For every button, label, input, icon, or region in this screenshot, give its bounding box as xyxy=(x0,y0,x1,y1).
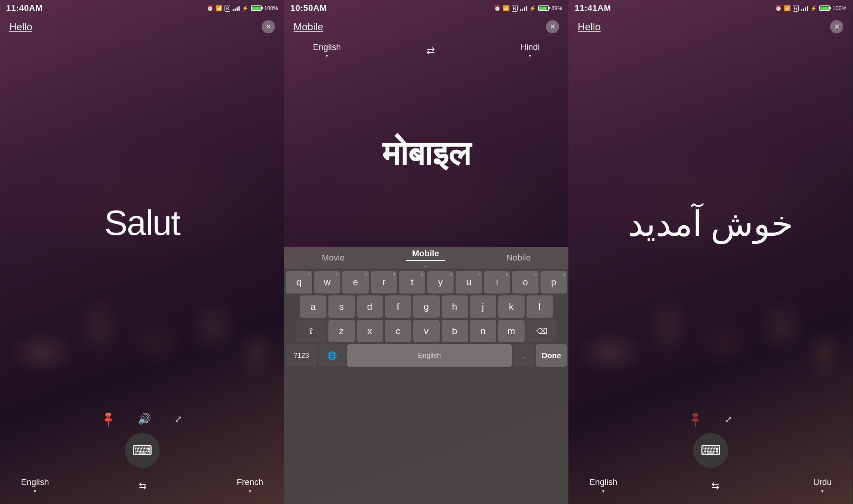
suggestion-nobile[interactable]: Nobile xyxy=(501,250,537,265)
lang-to-left[interactable]: French ▾ xyxy=(237,477,263,494)
key-done[interactable]: Done xyxy=(536,344,567,367)
mid-lang-to-name: Hindi xyxy=(520,42,540,52)
wifi-icon-middle: 📶 xyxy=(503,5,509,11)
battery-fill-left xyxy=(252,7,261,10)
close-button-right[interactable]: ✕ xyxy=(830,20,843,33)
battery-fill-middle xyxy=(539,7,547,10)
key-globe[interactable]: 🌐 xyxy=(319,344,345,367)
lang-selector-row-right: English ▾ ⇆ Urdu ▾ xyxy=(578,477,843,494)
signal-bar-2 xyxy=(235,9,236,11)
wifi-icon-left: 📶 xyxy=(216,5,222,11)
key-i[interactable]: i8 xyxy=(484,271,510,293)
key-k[interactable]: k xyxy=(498,295,525,318)
status-bar-middle: 10:50AM ⏰ 📶 R ⚡ 89% xyxy=(284,0,568,16)
phone-panel-right: 11:41AM ⏰ 📶 R ⚡ 100% He xyxy=(568,0,853,504)
battery-icon-middle xyxy=(538,5,549,11)
pin-icon-left[interactable]: 📌 xyxy=(100,410,117,428)
r-icon-middle: R xyxy=(512,5,518,12)
swap-icon-left[interactable]: ⇆ xyxy=(139,480,147,491)
close-button-left[interactable]: ✕ xyxy=(262,20,275,33)
key-r[interactable]: r4 xyxy=(371,271,397,293)
key-t[interactable]: t5 xyxy=(399,271,425,293)
top-input-text-right: Hello xyxy=(578,21,601,33)
key-h[interactable]: h xyxy=(442,295,468,318)
key-b[interactable]: b xyxy=(442,320,468,342)
suggestion-movie[interactable]: Movie xyxy=(316,250,351,265)
r-icon-right: R xyxy=(793,5,799,12)
keyboard-icon-right: ⌨ xyxy=(701,442,721,459)
mid-lang-to[interactable]: Hindi ▾ xyxy=(520,42,540,59)
mid-swap-icon[interactable]: ⇄ xyxy=(427,45,435,57)
key-l[interactable]: l xyxy=(527,295,553,318)
signal-bars-middle xyxy=(520,5,527,11)
status-time-middle: 10:50AM xyxy=(290,3,327,13)
signal-bar-3 xyxy=(237,7,238,11)
key-num-sym[interactable]: ?123 xyxy=(286,344,317,367)
key-backspace[interactable]: ⌫ xyxy=(527,320,557,342)
key-p[interactable]: p0 xyxy=(540,271,567,293)
key-shift[interactable]: ⇧ xyxy=(296,320,326,342)
mid-lang-from-chevron: ▾ xyxy=(326,54,328,59)
key-z[interactable]: z xyxy=(328,320,355,342)
key-g[interactable]: g xyxy=(413,295,440,318)
key-w[interactable]: w2 xyxy=(314,271,340,293)
top-input-text-left: Hello xyxy=(9,21,32,33)
keyboard-button-left[interactable]: ⌨ xyxy=(125,433,160,468)
key-a[interactable]: a xyxy=(300,295,326,318)
battery-pct-left: 100% xyxy=(264,5,278,11)
panel-content-left: 11:40AM ⏰ 📶 R ⚡ 100% He xyxy=(0,0,284,504)
suggestion-mobile[interactable]: Mobile xyxy=(406,246,445,261)
bottom-controls-right: 📌 ⤢ ⌨ English ▾ ⇆ Urdu ▾ xyxy=(578,409,843,504)
key-j[interactable]: j xyxy=(470,295,496,318)
battery-fill-right xyxy=(820,7,829,10)
key-d[interactable]: d xyxy=(357,295,383,318)
key-v[interactable]: v xyxy=(413,320,440,342)
key-o[interactable]: o9 xyxy=(512,271,539,293)
status-icons-left: ⏰ 📶 R ⚡ 100% xyxy=(207,5,278,12)
key-x[interactable]: x xyxy=(357,320,383,342)
key-period[interactable]: . xyxy=(514,344,534,367)
key-s[interactable]: s xyxy=(328,295,355,318)
key-f[interactable]: f xyxy=(385,295,411,318)
mid-lang-to-chevron: ▾ xyxy=(529,54,531,59)
key-m[interactable]: m xyxy=(498,320,525,342)
status-bar-right: 11:41AM ⏰ 📶 R ⚡ 100% xyxy=(568,0,853,16)
wifi-icon-right: 📶 xyxy=(784,5,791,11)
key-space[interactable]: English xyxy=(347,344,512,367)
key-e[interactable]: e3 xyxy=(342,271,369,293)
expand-icon-right[interactable]: ⤢ xyxy=(725,414,732,425)
key-q[interactable]: q1 xyxy=(286,271,312,293)
mid-lang-row-middle: English ▾ ⇄ Hindi ▾ xyxy=(294,38,559,61)
key-c[interactable]: c xyxy=(385,320,411,342)
lang-from-right[interactable]: English ▾ xyxy=(589,477,617,494)
close-button-middle[interactable]: ✕ xyxy=(546,20,559,33)
status-icons-middle: ⏰ 📶 R ⚡ 89% xyxy=(494,5,562,12)
keyboard-icon-left: ⌨ xyxy=(132,442,152,459)
signal-bar-4 xyxy=(238,6,240,11)
keyboard-row-1: q1 w2 e3 r4 t5 y6 u7 i8 o9 p0 xyxy=(286,271,567,293)
lang-to-right[interactable]: Urdu ▾ xyxy=(813,477,832,494)
swap-icon-right[interactable]: ⇆ xyxy=(711,480,719,491)
lang-to-name-left: French xyxy=(237,477,263,487)
signal-bars-left xyxy=(233,5,240,11)
status-time-left: 11:40AM xyxy=(6,3,43,13)
key-n[interactable]: n xyxy=(470,320,496,342)
status-icons-right: ⏰ 📶 R ⚡ 100% xyxy=(775,5,846,12)
mid-lang-from[interactable]: English ▾ xyxy=(313,42,341,59)
keyboard-btn-row-right: ⌨ xyxy=(578,433,843,468)
lang-to-name-right: Urdu xyxy=(813,477,832,487)
keyboard-button-right[interactable]: ⌨ xyxy=(693,433,728,468)
lang-from-left[interactable]: English ▾ xyxy=(21,477,49,494)
key-y[interactable]: y6 xyxy=(427,271,454,293)
lang-to-chevron-left: ▾ xyxy=(249,488,251,494)
expand-icon-left[interactable]: ⤢ xyxy=(174,414,182,425)
lightning-icon-right: ⚡ xyxy=(810,5,817,11)
keyboard-row-2: a s d f g h j k l xyxy=(286,295,567,318)
key-u[interactable]: u7 xyxy=(456,271,482,293)
lightning-icon-left: ⚡ xyxy=(242,5,249,11)
signal-bar-1 xyxy=(233,9,234,11)
alarm-icon-left: ⏰ xyxy=(207,5,213,11)
keyboard-btn-row-left: ⌨ xyxy=(9,433,275,468)
speaker-icon-left[interactable]: 🔊 xyxy=(138,413,151,425)
pin-icon-right[interactable]: 📌 xyxy=(686,411,704,428)
